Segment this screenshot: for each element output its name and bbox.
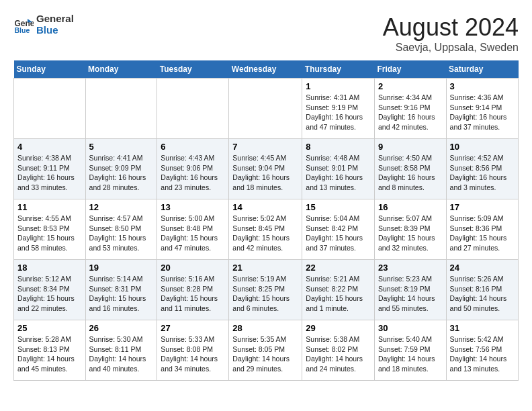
day-info: Sunrise: 5:40 AM Sunset: 7:59 PM Dayligh… — [378, 334, 443, 374]
day-info: Sunrise: 4:52 AM Sunset: 8:56 PM Dayligh… — [450, 153, 515, 193]
day-number: 5 — [89, 142, 154, 152]
calendar-cell: 20Sunrise: 5:16 AM Sunset: 8:28 PM Dayli… — [157, 260, 229, 320]
day-info: Sunrise: 5:19 AM Sunset: 8:25 PM Dayligh… — [232, 274, 298, 314]
day-info: Sunrise: 5:14 AM Sunset: 8:31 PM Dayligh… — [89, 274, 154, 314]
calendar-cell: 8Sunrise: 4:48 AM Sunset: 9:01 PM Daylig… — [302, 139, 375, 199]
calendar-cell: 16Sunrise: 5:07 AM Sunset: 8:39 PM Dayli… — [374, 199, 446, 260]
day-number: 22 — [306, 263, 371, 273]
day-info: Sunrise: 4:31 AM Sunset: 9:19 PM Dayligh… — [306, 93, 371, 132]
day-number: 8 — [306, 142, 371, 152]
calendar-cell: 3Sunrise: 4:36 AM Sunset: 9:14 PM Daylig… — [446, 79, 518, 139]
day-number: 14 — [232, 202, 298, 212]
calendar-cell: 15Sunrise: 5:04 AM Sunset: 8:42 PM Dayli… — [302, 199, 375, 260]
calendar-table: SundayMondayTuesdayWednesdayThursdayFrid… — [13, 60, 519, 381]
calendar-cell — [229, 79, 302, 139]
calendar-cell: 19Sunrise: 5:14 AM Sunset: 8:31 PM Dayli… — [85, 260, 157, 320]
day-header-sunday: Sunday — [14, 60, 86, 79]
day-number: 1 — [306, 81, 371, 91]
calendar-cell: 30Sunrise: 5:40 AM Sunset: 7:59 PM Dayli… — [374, 320, 446, 381]
day-info: Sunrise: 4:41 AM Sunset: 9:09 PM Dayligh… — [89, 153, 154, 193]
calendar-cell: 18Sunrise: 5:12 AM Sunset: 8:34 PM Dayli… — [14, 260, 86, 320]
day-info: Sunrise: 5:16 AM Sunset: 8:28 PM Dayligh… — [161, 274, 225, 314]
day-number: 17 — [450, 202, 515, 212]
calendar-cell — [85, 79, 157, 139]
day-number: 12 — [89, 202, 154, 212]
day-info: Sunrise: 4:43 AM Sunset: 9:06 PM Dayligh… — [161, 153, 225, 193]
calendar-cell: 26Sunrise: 5:30 AM Sunset: 8:11 PM Dayli… — [85, 320, 157, 381]
day-info: Sunrise: 4:36 AM Sunset: 9:14 PM Dayligh… — [450, 93, 515, 132]
calendar-cell: 28Sunrise: 5:35 AM Sunset: 8:05 PM Dayli… — [229, 320, 302, 381]
day-info: Sunrise: 5:09 AM Sunset: 8:36 PM Dayligh… — [450, 214, 515, 253]
day-info: Sunrise: 4:55 AM Sunset: 8:53 PM Dayligh… — [17, 214, 82, 253]
calendar-cell: 7Sunrise: 4:45 AM Sunset: 9:04 PM Daylig… — [229, 139, 302, 199]
calendar-week-row: 11Sunrise: 4:55 AM Sunset: 8:53 PM Dayli… — [14, 199, 519, 260]
calendar-cell: 22Sunrise: 5:21 AM Sunset: 8:22 PM Dayli… — [302, 260, 375, 320]
day-number: 13 — [161, 202, 225, 212]
day-number: 7 — [232, 142, 298, 152]
calendar-cell: 23Sunrise: 5:23 AM Sunset: 8:19 PM Dayli… — [374, 260, 446, 320]
day-info: Sunrise: 4:50 AM Sunset: 8:58 PM Dayligh… — [378, 153, 443, 193]
calendar-header-row: SundayMondayTuesdayWednesdayThursdayFrid… — [14, 60, 519, 79]
calendar-cell: 13Sunrise: 5:00 AM Sunset: 8:48 PM Dayli… — [157, 199, 229, 260]
main-title: August 2024 — [383, 13, 519, 42]
day-info: Sunrise: 4:57 AM Sunset: 8:50 PM Dayligh… — [89, 214, 154, 253]
svg-text:Blue: Blue — [15, 26, 30, 34]
day-header-friday: Friday — [374, 60, 446, 79]
calendar-cell — [14, 79, 86, 139]
calendar-cell: 6Sunrise: 4:43 AM Sunset: 9:06 PM Daylig… — [157, 139, 229, 199]
calendar-cell: 31Sunrise: 5:42 AM Sunset: 7:56 PM Dayli… — [446, 320, 518, 381]
day-info: Sunrise: 4:48 AM Sunset: 9:01 PM Dayligh… — [306, 153, 371, 193]
day-info: Sunrise: 5:02 AM Sunset: 8:45 PM Dayligh… — [232, 214, 298, 253]
calendar-cell: 25Sunrise: 5:28 AM Sunset: 8:13 PM Dayli… — [14, 320, 86, 381]
day-header-wednesday: Wednesday — [229, 60, 302, 79]
day-number: 9 — [378, 142, 443, 152]
day-number: 18 — [17, 263, 82, 273]
day-number: 3 — [450, 81, 515, 91]
day-info: Sunrise: 5:07 AM Sunset: 8:39 PM Dayligh… — [378, 214, 443, 253]
day-info: Sunrise: 5:12 AM Sunset: 8:34 PM Dayligh… — [17, 274, 82, 314]
day-info: Sunrise: 5:21 AM Sunset: 8:22 PM Dayligh… — [306, 274, 371, 314]
day-number: 24 — [450, 263, 515, 273]
day-number: 23 — [378, 263, 443, 273]
day-info: Sunrise: 5:28 AM Sunset: 8:13 PM Dayligh… — [17, 334, 82, 374]
day-number: 15 — [306, 202, 371, 212]
day-info: Sunrise: 5:26 AM Sunset: 8:16 PM Dayligh… — [450, 274, 515, 314]
calendar-cell: 24Sunrise: 5:26 AM Sunset: 8:16 PM Dayli… — [446, 260, 518, 320]
calendar-cell: 27Sunrise: 5:33 AM Sunset: 8:08 PM Dayli… — [157, 320, 229, 381]
calendar-cell: 4Sunrise: 4:38 AM Sunset: 9:11 PM Daylig… — [14, 139, 86, 199]
day-header-saturday: Saturday — [446, 60, 518, 79]
day-number: 21 — [232, 263, 298, 273]
day-number: 29 — [306, 323, 371, 333]
day-number: 25 — [17, 323, 82, 333]
calendar-cell: 10Sunrise: 4:52 AM Sunset: 8:56 PM Dayli… — [446, 139, 518, 199]
day-number: 4 — [17, 142, 82, 152]
day-info: Sunrise: 5:42 AM Sunset: 7:56 PM Dayligh… — [450, 334, 515, 374]
day-number: 10 — [450, 142, 515, 152]
calendar-week-row: 18Sunrise: 5:12 AM Sunset: 8:34 PM Dayli… — [14, 260, 519, 320]
day-info: Sunrise: 4:38 AM Sunset: 9:11 PM Dayligh… — [17, 153, 82, 193]
calendar-cell: 29Sunrise: 5:38 AM Sunset: 8:02 PM Dayli… — [302, 320, 375, 381]
day-info: Sunrise: 5:35 AM Sunset: 8:05 PM Dayligh… — [232, 334, 298, 374]
header: General Blue General Blue August 2024 Sa… — [13, 13, 519, 54]
logo-icon: General Blue — [13, 15, 34, 35]
calendar-cell: 5Sunrise: 4:41 AM Sunset: 9:09 PM Daylig… — [85, 139, 157, 199]
calendar-cell: 2Sunrise: 4:34 AM Sunset: 9:16 PM Daylig… — [374, 79, 446, 139]
day-info: Sunrise: 5:38 AM Sunset: 8:02 PM Dayligh… — [306, 334, 371, 374]
day-number: 28 — [232, 323, 298, 333]
day-number: 20 — [161, 263, 225, 273]
calendar-cell: 21Sunrise: 5:19 AM Sunset: 8:25 PM Dayli… — [229, 260, 302, 320]
day-info: Sunrise: 5:04 AM Sunset: 8:42 PM Dayligh… — [306, 214, 371, 253]
day-header-tuesday: Tuesday — [157, 60, 229, 79]
calendar-cell: 1Sunrise: 4:31 AM Sunset: 9:19 PM Daylig… — [302, 79, 375, 139]
calendar-week-row: 25Sunrise: 5:28 AM Sunset: 8:13 PM Dayli… — [14, 320, 519, 381]
day-info: Sunrise: 4:34 AM Sunset: 9:16 PM Dayligh… — [378, 93, 443, 132]
calendar-cell — [157, 79, 229, 139]
logo-line1: General — [36, 13, 74, 25]
calendar-cell: 11Sunrise: 4:55 AM Sunset: 8:53 PM Dayli… — [14, 199, 86, 260]
day-header-thursday: Thursday — [302, 60, 375, 79]
day-info: Sunrise: 5:00 AM Sunset: 8:48 PM Dayligh… — [161, 214, 225, 253]
day-number: 11 — [17, 202, 82, 212]
calendar-week-row: 1Sunrise: 4:31 AM Sunset: 9:19 PM Daylig… — [14, 79, 519, 139]
calendar-cell: 12Sunrise: 4:57 AM Sunset: 8:50 PM Dayli… — [85, 199, 157, 260]
calendar-cell: 14Sunrise: 5:02 AM Sunset: 8:45 PM Dayli… — [229, 199, 302, 260]
